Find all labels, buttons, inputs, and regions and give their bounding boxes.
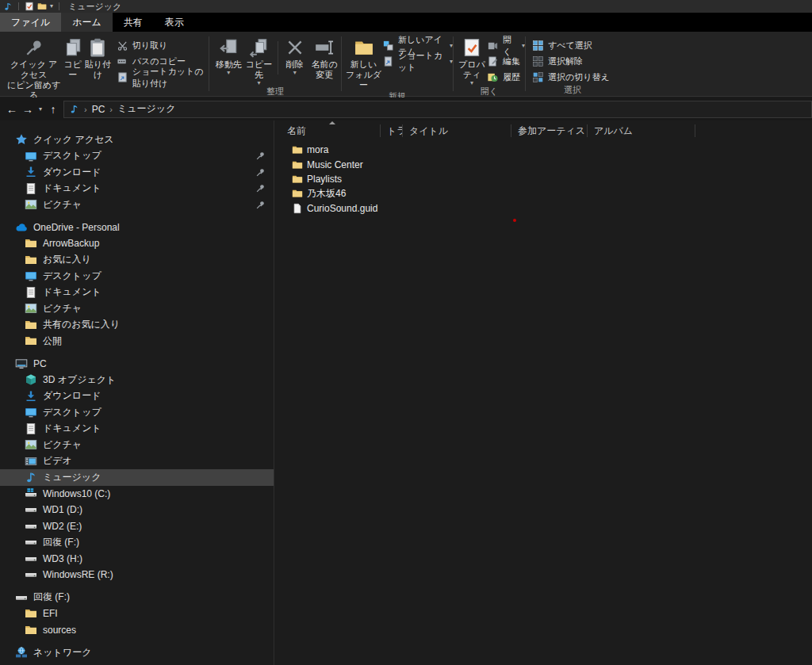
button-label: プロパティ — [457, 59, 487, 80]
paste-shortcut-button[interactable]: ショートカットの貼り付け — [117, 71, 209, 84]
ribbon-group-select: すべて選択 選択解除 選択の切り替え — [526, 32, 619, 96]
properties-quick-icon[interactable] — [25, 2, 34, 11]
sidebar-item[interactable]: WindowsRE (R:) — [0, 567, 274, 583]
file-row[interactable]: Playlists — [275, 172, 812, 186]
breadcrumb-separator: › — [84, 105, 87, 114]
button-label: 選択解除 — [548, 55, 583, 67]
folder-icon — [292, 144, 303, 155]
sidebar-item[interactable]: ピクチャ — [0, 437, 274, 453]
sidebar-item[interactable]: ドキュメント — [0, 285, 274, 301]
group-label: 選択 — [526, 84, 619, 96]
sidebar-item[interactable]: 公開 — [0, 333, 274, 350]
column-header[interactable]: アルバム — [588, 120, 695, 141]
pin-to-quick-access-button[interactable]: クイック アクセス にピン留めする — [6, 35, 61, 101]
window-title: ミュージック — [68, 1, 121, 13]
breadcrumb-pc[interactable]: PC — [92, 104, 105, 115]
sidebar-item[interactable]: ArrowBackup — [0, 235, 274, 252]
file-row[interactable]: CurioSound.guid — [275, 201, 812, 216]
open-button[interactable]: 開く ▾ — [487, 39, 525, 52]
folder-icon — [292, 188, 303, 199]
file-row[interactable]: Music Center — [275, 157, 812, 171]
sidebar-item[interactable]: ダウンロード — [0, 388, 274, 405]
edit-button[interactable]: 編集 — [487, 55, 525, 68]
sidebar-item[interactable]: 3D オブジェクト — [0, 372, 274, 388]
sidebar-item-label: Windows10 (C:) — [43, 488, 110, 499]
sidebar-item[interactable]: ダウンロード — [0, 164, 274, 181]
pin-icon — [255, 167, 266, 178]
recent-locations-caret-icon[interactable]: ▾ — [36, 105, 44, 113]
sidebar-item[interactable]: EFI — [0, 606, 274, 622]
sidebar-item[interactable]: Windows10 (C:) — [0, 486, 274, 503]
button-label: 名前の 変更 — [311, 59, 337, 80]
file-name: 乃木坂46 — [307, 187, 346, 201]
move-to-button[interactable]: 移動先 ▾ — [214, 35, 243, 75]
sidebar-item[interactable]: デスクトップ — [0, 268, 274, 285]
folder-icon — [25, 624, 37, 636]
sidebar-item[interactable]: お気に入り — [0, 252, 274, 269]
select-none-button[interactable]: 選択解除 — [532, 55, 610, 68]
scissors-icon — [117, 40, 128, 52]
sidebar-item[interactable]: クイック アクセス — [0, 132, 274, 148]
sidebar-item[interactable]: ミュージック — [0, 469, 274, 486]
tab-home[interactable]: ホーム — [61, 13, 113, 32]
customize-toolbar-caret-icon[interactable]: ▾ — [50, 3, 53, 10]
new-folder-quick-icon[interactable] — [37, 2, 47, 11]
breadcrumb-music[interactable]: ミュージック — [117, 102, 175, 116]
download-icon — [25, 166, 37, 178]
column-header[interactable]: トラ... — [381, 120, 403, 141]
sidebar-item[interactable]: WD3 (H:) — [0, 551, 274, 568]
sidebar-item-label: ダウンロード — [43, 166, 101, 179]
sidebar-item[interactable]: 回復 (F:) — [0, 590, 274, 606]
paste-button[interactable]: 貼り付け — [84, 35, 112, 80]
sidebar-item[interactable] — [0, 661, 274, 665]
file-explorer-window: ▾ ミュージック ファイル ホーム 共有 表示 クイック アクセス にピン留めす… — [0, 0, 812, 665]
sidebar-item[interactable]: デスクトップ — [0, 404, 274, 421]
button-label: 開く — [503, 34, 516, 58]
copy-icon — [63, 37, 83, 58]
sidebar-item[interactable]: ドキュメント — [0, 421, 274, 438]
back-icon[interactable]: ← — [5, 103, 19, 116]
select-none-icon — [532, 55, 544, 67]
column-header[interactable]: 名前 — [275, 120, 381, 141]
folder-icon — [25, 237, 37, 250]
file-row[interactable]: 乃木坂46 — [275, 186, 812, 201]
cut-button[interactable]: 切り取り — [117, 39, 209, 52]
sidebar-item[interactable]: 共有のお気に入り — [0, 317, 274, 334]
tab-view[interactable]: 表示 — [154, 13, 195, 32]
folder-icon — [25, 607, 37, 620]
sidebar-item[interactable]: OneDrive - Personal — [0, 220, 274, 236]
new-folder-button[interactable]: 新しい フォルダー — [345, 35, 382, 90]
sidebar-item[interactable]: ビデオ — [0, 453, 274, 470]
sidebar-item[interactable]: PC — [0, 356, 274, 373]
history-button[interactable]: 履歴 — [487, 71, 525, 84]
sidebar-item[interactable]: WD1 (D:) — [0, 502, 274, 518]
tab-file[interactable]: ファイル — [0, 13, 61, 32]
up-icon[interactable]: ↑ — [46, 103, 60, 116]
button-label: コピー先 — [243, 59, 274, 80]
tab-share[interactable]: 共有 — [113, 13, 154, 32]
address-bar[interactable]: › PC › ミュージック — [63, 101, 812, 118]
sidebar-item[interactable]: WD2 (E:) — [0, 518, 274, 535]
forward-icon[interactable]: → — [21, 103, 35, 116]
rename-button[interactable]: 名前の 変更 — [308, 35, 341, 80]
properties-button[interactable]: プロパティ ▾ — [457, 35, 487, 86]
shortcut-button[interactable]: ショートカット ▾ — [382, 55, 453, 68]
button-label: コピー — [61, 59, 84, 80]
sidebar-item[interactable]: 回復 (F:) — [0, 534, 274, 551]
invert-selection-button[interactable]: 選択の切り替え — [532, 71, 610, 84]
sidebar-item[interactable]: ピクチャ — [0, 197, 274, 213]
column-header[interactable]: 参加アーティスト — [511, 120, 588, 141]
sidebar-item[interactable]: デスクトップ — [0, 148, 274, 165]
sidebar-item[interactable]: ピクチャ — [0, 300, 274, 317]
sidebar-item[interactable]: sources — [0, 622, 274, 639]
sidebar-item-label: 公開 — [43, 334, 62, 348]
sidebar-item[interactable]: ドキュメント — [0, 181, 274, 197]
sidebar-item[interactable]: ネットワーク — [0, 644, 274, 661]
file-row[interactable]: mora — [275, 143, 812, 157]
delete-button[interactable]: 削除 ▾ — [282, 35, 308, 75]
select-all-button[interactable]: すべて選択 — [532, 39, 610, 52]
dropdown-caret-icon: ▾ — [293, 70, 297, 75]
copy-to-button[interactable]: コピー先 ▾ — [243, 35, 274, 86]
copy-button[interactable]: コピー — [61, 35, 84, 80]
column-header[interactable]: タイトル — [403, 120, 511, 141]
